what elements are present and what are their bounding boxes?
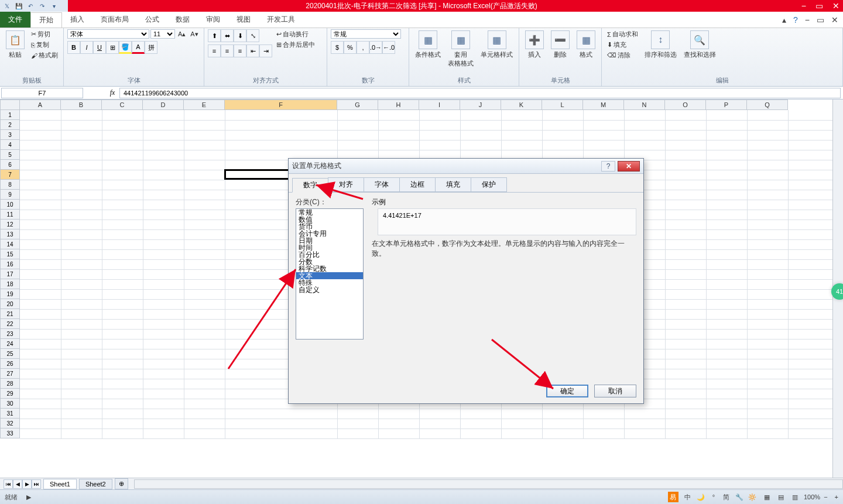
row-header-10[interactable]: 10	[0, 200, 20, 210]
sheet-tab-Sheet1[interactable]: Sheet1	[43, 479, 77, 489]
cut-button[interactable]: ✂剪切	[29, 29, 60, 39]
ime-icon-1[interactable]: 🌙	[695, 492, 707, 502]
help-icon[interactable]: ?	[793, 15, 798, 25]
align-right-icon[interactable]: ≡	[234, 44, 246, 57]
col-header-A[interactable]: A	[20, 100, 61, 110]
number-format-select[interactable]: 常规	[331, 29, 401, 39]
row-header-3[interactable]: 3	[0, 130, 20, 140]
ime-icon-2[interactable]: °	[708, 492, 719, 502]
font-size-select[interactable]: 11	[150, 29, 175, 39]
tab-插入[interactable]: 插入	[62, 12, 92, 27]
zoom-in-button[interactable]: +	[835, 493, 838, 500]
row-header-13[interactable]: 13	[0, 229, 20, 239]
sort-filter-button[interactable]: ↕排序和筛选	[642, 29, 679, 60]
col-header-E[interactable]: E	[184, 100, 225, 110]
new-sheet-button[interactable]: ⊕	[115, 478, 128, 489]
view-normal-icon[interactable]: ▦	[762, 492, 772, 502]
align-center-icon[interactable]: ≡	[221, 44, 234, 57]
increase-decimal-icon[interactable]: .0→	[369, 41, 382, 54]
percent-icon[interactable]: %	[344, 41, 357, 54]
tab-视图[interactable]: 视图	[228, 12, 259, 27]
row-header-14[interactable]: 14	[0, 239, 20, 249]
increase-font-icon[interactable]: A▴	[176, 30, 187, 39]
format-painter-button[interactable]: 🖌格式刷	[29, 50, 60, 60]
row-header-24[interactable]: 24	[0, 339, 20, 349]
minimize-icon[interactable]: −	[801, 1, 806, 11]
row-header-30[interactable]: 30	[0, 399, 20, 409]
dialog-tab-数字[interactable]: 数字	[292, 178, 328, 193]
tab-数据[interactable]: 数据	[167, 12, 198, 27]
dialog-tab-保护[interactable]: 保护	[471, 177, 507, 192]
clear-button[interactable]: ⌫清除	[605, 50, 640, 60]
col-header-N[interactable]: N	[624, 100, 665, 110]
save-icon[interactable]: 💾	[14, 1, 23, 11]
row-header-1[interactable]: 1	[0, 110, 20, 120]
tab-file[interactable]: 文件	[0, 12, 30, 28]
row-header-16[interactable]: 16	[0, 259, 20, 269]
dialog-help-icon[interactable]: ?	[601, 161, 615, 172]
row-header-20[interactable]: 20	[0, 299, 20, 309]
decrease-decimal-icon[interactable]: ←.0	[382, 41, 395, 54]
find-select-button[interactable]: 🔍查找和选择	[681, 29, 718, 60]
sheet-nav-prev-icon[interactable]: ◀	[13, 479, 22, 489]
col-header-B[interactable]: B	[61, 100, 102, 110]
view-pagebreak-icon[interactable]: ▥	[790, 492, 800, 502]
ime-icon-4[interactable]: 🔧	[734, 492, 745, 502]
insert-cells-button[interactable]: ➕插入	[523, 29, 546, 60]
cell-styles-button[interactable]: ▦单元格样式	[478, 29, 515, 60]
row-header-19[interactable]: 19	[0, 289, 20, 299]
col-header-O[interactable]: O	[665, 100, 706, 110]
row-header-33[interactable]: 33	[0, 428, 20, 438]
format-cells-button[interactable]: ▦格式	[574, 29, 598, 60]
fx-icon[interactable]: fx	[105, 88, 119, 97]
category-list[interactable]: 常规数值货币会计专用日期时间百分比分数科学记数文本特殊自定义	[296, 208, 364, 340]
sheet-nav-last-icon[interactable]: ⏭	[32, 479, 41, 489]
autosum-button[interactable]: Σ自动求和	[605, 29, 640, 39]
underline-button[interactable]: U	[93, 41, 106, 54]
cancel-button[interactable]: 取消	[594, 385, 636, 397]
dialog-close-icon[interactable]: ✕	[618, 161, 640, 172]
font-color-button[interactable]: A	[132, 41, 145, 54]
merge-center-button[interactable]: ⊞合并后居中	[275, 40, 317, 50]
row-header-21[interactable]: 21	[0, 309, 20, 319]
fill-color-button[interactable]: 🪣	[119, 41, 132, 54]
copy-button[interactable]: ⎘复制	[29, 40, 60, 50]
tab-开发工具[interactable]: 开发工具	[259, 12, 303, 27]
notification-badge[interactable]: 41	[831, 283, 843, 300]
macro-record-icon[interactable]: ▶	[23, 492, 34, 502]
dialog-tab-边框[interactable]: 边框	[399, 177, 436, 192]
category-item-自定义[interactable]: 自定义	[296, 286, 363, 293]
row-header-8[interactable]: 8	[0, 180, 20, 190]
align-top-icon[interactable]: ⬆	[208, 29, 221, 42]
col-header-L[interactable]: L	[542, 100, 583, 110]
row-header-5[interactable]: 5	[0, 150, 20, 160]
col-header-K[interactable]: K	[501, 100, 542, 110]
dialog-title-bar[interactable]: 设置单元格格式 ? ✕	[289, 159, 643, 174]
row-header-7[interactable]: 7	[0, 170, 20, 180]
ok-button[interactable]: 确定	[546, 385, 588, 397]
currency-icon[interactable]: $	[331, 41, 344, 54]
row-header-11[interactable]: 11	[0, 210, 20, 220]
col-header-D[interactable]: D	[143, 100, 184, 110]
paste-button[interactable]: 📋 粘贴	[4, 29, 27, 60]
zoom-level[interactable]: 100%	[804, 493, 820, 500]
align-bottom-icon[interactable]: ⬇	[234, 29, 246, 42]
row-header-25[interactable]: 25	[0, 349, 20, 359]
bold-button[interactable]: B	[67, 41, 80, 54]
border-button[interactable]: ⊞	[106, 41, 119, 54]
row-header-23[interactable]: 23	[0, 329, 20, 339]
row-header-18[interactable]: 18	[0, 279, 20, 289]
row-header-22[interactable]: 22	[0, 319, 20, 329]
col-header-J[interactable]: J	[460, 100, 501, 110]
font-name-select[interactable]: 宋体	[67, 29, 149, 39]
qat-more-icon[interactable]: ▾	[49, 1, 59, 11]
redo-icon[interactable]: ↷	[37, 1, 47, 11]
row-header-17[interactable]: 17	[0, 269, 20, 279]
col-header-P[interactable]: P	[706, 100, 747, 110]
decrease-font-icon[interactable]: A▾	[189, 30, 200, 39]
dialog-tab-对齐[interactable]: 对齐	[328, 177, 364, 192]
row-header-29[interactable]: 29	[0, 389, 20, 399]
workbook-minimize-icon[interactable]: −	[805, 15, 810, 25]
row-header-31[interactable]: 31	[0, 409, 20, 419]
tab-审阅[interactable]: 审阅	[198, 12, 228, 27]
